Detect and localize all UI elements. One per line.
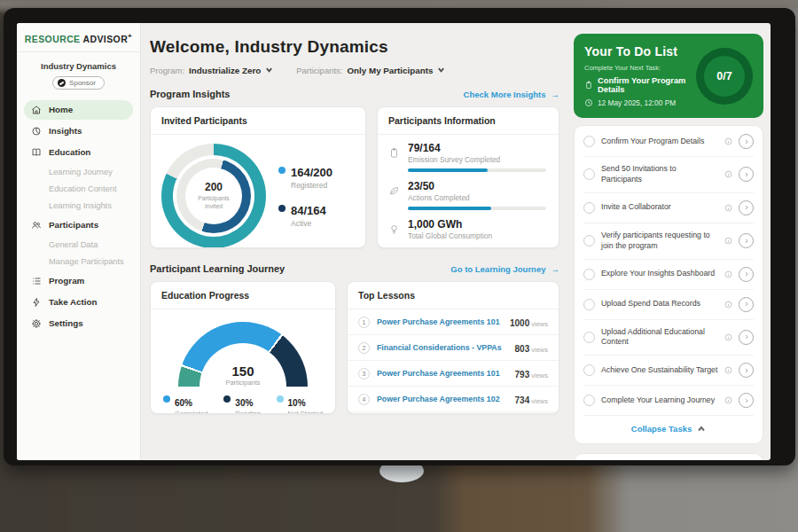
task-checkbox[interactable] (583, 269, 595, 280)
task-achieve-sustainability-target[interactable]: Achieve One Sustainability Target (583, 356, 754, 386)
legend-active: 84/164 Active (278, 202, 332, 228)
task-checkbox[interactable] (583, 235, 595, 246)
program-insights-header: Program Insights Check More Insights → (150, 89, 559, 99)
rank-badge: 1 (358, 317, 370, 328)
info-icon[interactable] (724, 396, 732, 404)
task-verify-participants[interactable]: Verify participants requesting to join t… (583, 223, 754, 260)
info-icon[interactable] (724, 270, 732, 278)
chevron-right-button[interactable] (739, 297, 754, 312)
task-checkbox[interactable] (583, 136, 595, 147)
chevron-up-icon (697, 425, 706, 434)
section-title: Participant Learning Journey (150, 263, 285, 274)
insights-icon (31, 126, 42, 137)
chevron-right-button[interactable] (739, 363, 754, 378)
arrow-right-icon: → (552, 264, 560, 274)
registered-dot (278, 167, 286, 174)
insights-cards-row: Invited Participants 200 ParticipantsInv… (150, 106, 559, 248)
program-select[interactable]: Program: Industrialize Zero (150, 66, 273, 75)
todo-subtitle: Complete Your Next Task: (584, 64, 696, 72)
task-checkbox[interactable] (583, 299, 595, 310)
chevron-right-button[interactable] (739, 167, 754, 182)
chevron-down-icon (437, 66, 445, 75)
lesson-row: 5 Power Purchase Agreements 103 600views (348, 412, 559, 414)
lesson-link[interactable]: Power Purchase Agreements 101 (377, 317, 503, 326)
chevron-right-button[interactable] (739, 233, 754, 248)
info-icon[interactable] (724, 237, 732, 245)
sidebar-item-insights[interactable]: Insights (24, 121, 133, 141)
progress-track (408, 168, 546, 172)
sidebar-item-learning-insights[interactable]: Learning Insights (17, 198, 133, 214)
go-to-learning-journey-link[interactable]: Go to Learning Journey → (450, 264, 559, 274)
education-gauge-chart: 150 Participants (178, 322, 308, 387)
sidebar-item-general-data[interactable]: General Data (17, 237, 133, 253)
todo-tasks-card: Confirm Your Program Details Send 50 Inv… (574, 125, 763, 444)
participants-label: Participants: (296, 66, 342, 75)
participants-select[interactable]: Participants: Only My Participants (296, 66, 445, 75)
sidebar-item-take-action[interactable]: Take Action (24, 293, 133, 312)
info-icon[interactable] (724, 333, 732, 341)
task-invite-collaborator[interactable]: Invite a Collaborator (583, 193, 754, 223)
chevron-right-button[interactable] (739, 134, 754, 149)
card-title: Top Lessons (348, 282, 559, 309)
info-icon[interactable] (724, 137, 732, 145)
task-confirm-program-details[interactable]: Confirm Your Program Details (583, 127, 754, 157)
info-icon[interactable] (724, 301, 732, 309)
active-dot (278, 205, 286, 212)
invited-participants-card: Invited Participants 200 ParticipantsInv… (150, 106, 366, 248)
rank-badge: 3 (358, 368, 370, 379)
pending-dot (223, 395, 231, 403)
page-title: Welcome, Industry Dynamics (150, 37, 559, 57)
lesson-row: 1 Power Purchase Agreements 101 1000view… (348, 309, 559, 335)
progress-track (408, 207, 546, 210)
logo-plus: + (128, 32, 132, 40)
task-upload-spend-data[interactable]: Upload Spend Data Records (583, 290, 754, 320)
info-icon[interactable] (724, 170, 732, 178)
lesson-link[interactable]: Power Purchase Agreements 101 (377, 369, 508, 378)
home-icon (31, 105, 42, 115)
sidebar-item-home[interactable]: Home (24, 100, 133, 120)
sidebar-item-program[interactable]: Program (24, 271, 133, 291)
list-icon (31, 276, 42, 286)
sidebar-item-settings[interactable]: Settings (24, 314, 133, 333)
todo-next-task: Confirm Your Program Details (584, 76, 696, 94)
chevron-right-button[interactable] (739, 330, 754, 345)
task-explore-insights[interactable]: Explore Your Insights Dashboard (583, 260, 754, 290)
sidebar-item-participants[interactable]: Participants (24, 215, 133, 235)
sponsor-badge[interactable]: Sponsor (52, 76, 105, 90)
task-upload-educational-content[interactable]: Upload Additional Educational Content (583, 320, 754, 356)
sidebar-item-manage-participants[interactable]: Manage Participants (17, 254, 133, 270)
info-icon[interactable] (724, 366, 732, 374)
chevron-right-button[interactable] (739, 267, 754, 282)
todo-title: Your To Do List (584, 44, 696, 59)
sidebar-item-education[interactable]: Education (24, 143, 133, 162)
info-icon[interactable] (724, 204, 732, 212)
sidebar: RESOURCE ADVISOR+ Industry Dynamics Spon… (17, 23, 141, 460)
education-progress-card: Education Progress 150 Participants 60%C… (150, 281, 336, 414)
task-checkbox[interactable] (583, 168, 595, 180)
sidebar-item-education-content[interactable]: Education Content (17, 181, 133, 197)
task-checkbox[interactable] (583, 332, 595, 343)
todo-panel: Your To Do List Complete Your Next Task:… (568, 23, 771, 460)
monitor-bezel: RESOURCE ADVISOR+ Industry Dynamics Spon… (4, 8, 795, 466)
task-complete-learning-journey[interactable]: Complete Your Learning Journey (583, 386, 754, 416)
lesson-link[interactable]: Power Purchase Agreements 102 (377, 395, 508, 403)
lesson-link[interactable]: Financial Considerations - VPPAs (377, 343, 508, 352)
not-started-dot (277, 395, 284, 403)
app-logo[interactable]: RESOURCE ADVISOR+ (17, 32, 140, 52)
rank-badge: 2 (358, 342, 370, 354)
task-checkbox[interactable] (583, 364, 595, 376)
chevron-right-button[interactable] (739, 200, 754, 215)
lesson-row: 3 Power Purchase Agreements 101 793views (348, 361, 559, 387)
chevron-right-button[interactable] (739, 393, 754, 408)
todo-header-card: Your To Do List Complete Your Next Task:… (574, 34, 763, 118)
check-more-insights-link[interactable]: Check More Insights → (464, 90, 559, 99)
collapse-tasks-link[interactable]: Collapse Tasks (583, 416, 754, 442)
task-checkbox[interactable] (583, 202, 595, 214)
clock-icon (584, 98, 593, 107)
legend-registered: 164/200 Registered (278, 164, 332, 190)
card-title: Education Progress (151, 282, 335, 309)
task-checkbox[interactable] (583, 395, 595, 406)
sidebar-item-learning-journey[interactable]: Learning Journey (17, 164, 133, 180)
task-send-invitations[interactable]: Send 50 Invitations to Participants (583, 157, 754, 193)
stat-actions-completed: 23/50 Actions Completed (388, 180, 546, 210)
